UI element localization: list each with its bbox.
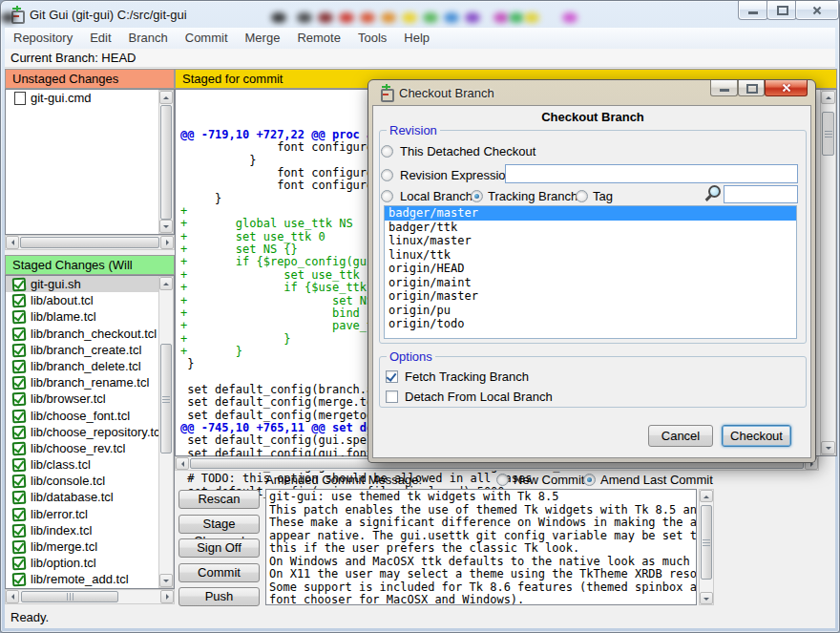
checkbox-checked-icon <box>12 523 27 538</box>
file-name: lib/branch_rename.tcl <box>31 375 149 390</box>
checkbox-checked-icon <box>12 294 27 308</box>
staged-file-row[interactable]: lib/class.tcl <box>6 456 158 473</box>
staged-file-row[interactable]: lib/browser.tcl <box>6 390 158 407</box>
branch-list-item[interactable]: linux/master <box>385 234 796 248</box>
minimize-button[interactable] <box>738 1 768 20</box>
unstaged-header: Unstaged Changes <box>5 69 175 89</box>
reflection-dot <box>524 12 539 23</box>
branch-list-item[interactable]: linux/ttk <box>385 248 796 263</box>
staged-vertical-scrollbar[interactable] <box>158 276 174 588</box>
staged-file-row[interactable]: lib/choose_rev.tcl <box>6 440 158 456</box>
file-name: lib/database.tcl <box>31 490 114 504</box>
dialog-maximize-button[interactable] <box>738 80 765 96</box>
menu-item[interactable]: Branch <box>120 28 177 45</box>
title-bar: Git Gui (git-gui) C:/src/git-gui <box>1 1 839 28</box>
staged-file-row[interactable]: lib/branch_rename.tcl <box>6 374 158 390</box>
staged-file-row[interactable]: git-gui.sh <box>6 276 158 292</box>
checkbox-checked-icon <box>12 573 27 587</box>
detach-from-local-branch-checkbox[interactable] <box>386 390 398 403</box>
unstaged-file-row[interactable]: git-gui.cmd <box>6 90 158 106</box>
branch-list-item[interactable]: origin/master <box>385 289 796 304</box>
tag-label[interactable]: Tag <box>593 189 613 203</box>
file-name: lib/about.tcl <box>31 293 94 307</box>
reflection-dot <box>402 12 417 23</box>
staged-file-row[interactable]: lib/blame.tcl <box>6 308 158 325</box>
branch-filter-input[interactable] <box>724 185 798 203</box>
checkbox-checked-icon <box>12 310 27 325</box>
local-branch-radio[interactable] <box>381 190 393 202</box>
file-name: lib/index.tcl <box>31 523 92 538</box>
rescan-button[interactable]: Rescan <box>178 490 260 509</box>
detach-from-local-branch-label[interactable]: Detach From Local Branch <box>405 390 553 404</box>
amend-last-commit-label[interactable]: Amend Last Commit <box>600 473 713 487</box>
dialog-minimize-button[interactable] <box>710 80 738 96</box>
commit-button[interactable]: Commit <box>178 563 260 582</box>
unstaged-vertical-scrollbar[interactable] <box>158 90 174 234</box>
tracking-branch-radio[interactable] <box>471 190 483 202</box>
fetch-tracking-branch-checkbox[interactable] <box>386 370 398 383</box>
dialog-close-button[interactable] <box>765 80 808 96</box>
staged-file-row[interactable]: lib/choose_repository.tcl <box>6 424 158 440</box>
checkbox-checked-icon <box>12 475 27 489</box>
new-commit-label[interactable]: New Commit <box>514 473 584 487</box>
local-branch-label[interactable]: Local Branch <box>400 189 472 203</box>
staged-file-row[interactable]: lib/branch_checkout.tcl <box>6 326 158 342</box>
staged-horizontal-scrollbar[interactable] <box>5 589 175 604</box>
branch-list-item[interactable]: origin/pu <box>385 304 796 318</box>
staged-file-row[interactable]: lib/choose_font.tcl <box>6 408 158 424</box>
staged-file-row[interactable]: lib/branch_create.tcl <box>6 342 158 358</box>
commit-message-label: Amended Commit Message: <box>265 473 422 487</box>
menu-item[interactable]: Repository <box>5 28 81 45</box>
branch-list-item[interactable]: origin/maint <box>385 276 796 290</box>
revision-expression-input[interactable] <box>505 164 798 183</box>
staged-file-row[interactable]: lib/branch_delete.tcl <box>6 358 158 374</box>
new-commit-radio[interactable] <box>496 474 509 486</box>
amend-last-commit-radio[interactable] <box>583 474 596 486</box>
cancel-button[interactable]: Cancel <box>648 425 713 447</box>
fetch-tracking-branch-label[interactable]: Fetch Tracking Branch <box>405 369 529 384</box>
menu-item[interactable]: Edit <box>81 28 119 45</box>
search-icon[interactable] <box>704 185 722 202</box>
revision-expression-label[interactable]: Revision Expression: <box>400 168 515 182</box>
unstaged-horizontal-scrollbar[interactable] <box>5 235 175 250</box>
file-name: lib/class.tcl <box>31 457 91 472</box>
branch-list-item[interactable]: badger/master <box>385 206 796 221</box>
detached-checkout-label[interactable]: This Detached Checkout <box>400 144 536 158</box>
branch-list-item[interactable]: badger/ttk <box>385 221 796 235</box>
checkbox-checked-icon <box>12 425 27 439</box>
file-name: lib/branch_delete.tcl <box>31 359 141 373</box>
reflection-dot <box>360 12 375 23</box>
branch-list-item[interactable]: origin/todo <box>385 317 796 331</box>
staged-file-row[interactable]: lib/option.tcl <box>6 555 158 571</box>
menu-item[interactable]: Commit <box>177 28 237 45</box>
staged-file-row[interactable]: lib/merge.tcl <box>6 538 158 555</box>
stage-changed-button[interactable]: Stage Changed <box>178 515 260 534</box>
file-icon <box>14 92 26 105</box>
detached-checkout-radio[interactable] <box>381 145 393 158</box>
tracking-branch-label[interactable]: Tracking Branch <box>488 189 578 203</box>
branch-list-item[interactable]: origin/HEAD <box>385 262 796 276</box>
menu-item[interactable]: Tools <box>349 28 395 45</box>
staged-file-row[interactable]: lib/about.tcl <box>6 292 158 308</box>
checkbox-checked-icon <box>12 360 27 374</box>
diff-vertical-scrollbar[interactable] <box>820 90 836 455</box>
menu-item[interactable]: Merge <box>237 28 289 45</box>
staged-file-row[interactable]: lib/console.tcl <box>6 473 158 489</box>
push-button[interactable]: Push <box>178 587 260 606</box>
staged-file-row[interactable]: lib/index.tcl <box>6 522 158 538</box>
file-name: lib/branch_checkout.tcl <box>31 327 157 341</box>
maximize-button[interactable] <box>766 1 797 20</box>
sign-off-button[interactable]: Sign Off <box>178 538 260 558</box>
reflection-dot <box>381 12 396 23</box>
checkout-button[interactable]: Checkout <box>722 425 791 447</box>
tag-radio[interactable] <box>576 190 588 202</box>
menu-item[interactable]: Help <box>395 28 438 45</box>
message-vertical-scrollbar[interactable] <box>699 489 714 605</box>
close-button[interactable] <box>795 1 839 20</box>
commit-message-box[interactable]: git-gui: use themed tk widgets with Tk 8… <box>265 489 697 605</box>
staged-file-row[interactable]: lib/error.tcl <box>6 506 158 522</box>
menu-item[interactable]: Remote <box>288 28 349 45</box>
revision-expression-radio[interactable] <box>381 169 393 181</box>
staged-file-row[interactable]: lib/remote_add.tcl <box>6 571 158 587</box>
staged-file-row[interactable]: lib/database.tcl <box>6 489 158 505</box>
